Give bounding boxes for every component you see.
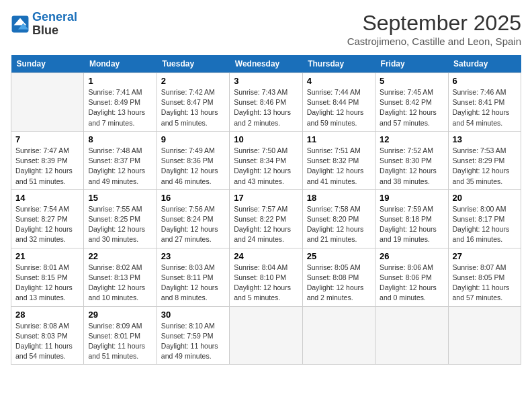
- day-number: 8: [88, 134, 152, 144]
- cell-info: Sunrise: 8:07 AMSunset: 8:05 PMDaylight:…: [453, 263, 517, 304]
- column-header-thursday: Thursday: [302, 55, 375, 73]
- calendar-cell: 24Sunrise: 8:04 AMSunset: 8:10 PMDayligh…: [230, 248, 302, 306]
- cell-info: Sunrise: 7:41 AMSunset: 8:49 PMDaylight:…: [88, 87, 152, 128]
- day-number: 25: [307, 251, 371, 261]
- calendar-cell: 12Sunrise: 7:52 AMSunset: 8:30 PMDayligh…: [375, 131, 448, 189]
- day-number: 23: [161, 251, 225, 261]
- calendar-cell: 16Sunrise: 7:56 AMSunset: 8:24 PMDayligh…: [157, 189, 229, 248]
- day-number: 19: [380, 193, 443, 203]
- logo-icon: [11, 15, 30, 34]
- calendar-cell: [11, 73, 84, 132]
- calendar-week-row: 28Sunrise: 8:08 AMSunset: 8:03 PMDayligh…: [11, 306, 521, 365]
- day-number: 5: [380, 76, 443, 86]
- day-number: 20: [453, 193, 517, 203]
- day-number: 28: [15, 310, 79, 320]
- cell-info: Sunrise: 7:52 AMSunset: 8:30 PMDaylight:…: [380, 146, 443, 187]
- cell-info: Sunrise: 7:47 AMSunset: 8:39 PMDaylight:…: [15, 146, 79, 187]
- calendar-cell: 2Sunrise: 7:42 AMSunset: 8:47 PMDaylight…: [157, 73, 229, 132]
- calendar-cell: 26Sunrise: 8:06 AMSunset: 8:06 PMDayligh…: [375, 248, 448, 306]
- day-number: 4: [307, 76, 371, 86]
- calendar-header-row: SundayMondayTuesdayWednesdayThursdayFrid…: [11, 55, 521, 73]
- cell-info: Sunrise: 8:06 AMSunset: 8:06 PMDaylight:…: [380, 263, 443, 304]
- calendar-cell: 18Sunrise: 7:58 AMSunset: 8:20 PMDayligh…: [302, 189, 375, 248]
- calendar-week-row: 14Sunrise: 7:54 AMSunset: 8:27 PMDayligh…: [11, 189, 521, 248]
- day-number: 15: [88, 193, 152, 203]
- day-number: 10: [234, 134, 298, 144]
- cell-info: Sunrise: 7:46 AMSunset: 8:41 PMDaylight:…: [453, 87, 517, 128]
- cell-info: Sunrise: 7:45 AMSunset: 8:42 PMDaylight:…: [380, 87, 443, 128]
- calendar-cell: 11Sunrise: 7:51 AMSunset: 8:32 PMDayligh…: [302, 131, 375, 189]
- calendar-cell: [302, 306, 375, 365]
- day-number: 17: [234, 193, 298, 203]
- day-number: 30: [161, 310, 225, 320]
- day-number: 9: [161, 134, 225, 144]
- cell-info: Sunrise: 7:42 AMSunset: 8:47 PMDaylight:…: [161, 87, 225, 128]
- day-number: 3: [234, 76, 298, 86]
- cell-info: Sunrise: 8:00 AMSunset: 8:17 PMDaylight:…: [453, 204, 517, 245]
- calendar-cell: [448, 306, 521, 365]
- cell-info: Sunrise: 7:53 AMSunset: 8:29 PMDaylight:…: [453, 146, 517, 187]
- column-header-sunday: Sunday: [11, 55, 84, 73]
- cell-info: Sunrise: 7:50 AMSunset: 8:34 PMDaylight:…: [234, 146, 298, 187]
- cell-info: Sunrise: 7:44 AMSunset: 8:44 PMDaylight:…: [307, 87, 371, 128]
- cell-info: Sunrise: 8:03 AMSunset: 8:11 PMDaylight:…: [161, 263, 225, 304]
- calendar-week-row: 7Sunrise: 7:47 AMSunset: 8:39 PMDaylight…: [11, 131, 521, 189]
- calendar-cell: 23Sunrise: 8:03 AMSunset: 8:11 PMDayligh…: [157, 248, 229, 306]
- calendar-cell: 4Sunrise: 7:44 AMSunset: 8:44 PMDaylight…: [302, 73, 375, 132]
- cell-info: Sunrise: 7:55 AMSunset: 8:25 PMDaylight:…: [88, 204, 152, 245]
- calendar-cell: 19Sunrise: 7:59 AMSunset: 8:18 PMDayligh…: [375, 189, 448, 248]
- calendar-cell: 13Sunrise: 7:53 AMSunset: 8:29 PMDayligh…: [448, 131, 521, 189]
- cell-info: Sunrise: 7:43 AMSunset: 8:46 PMDaylight:…: [234, 87, 298, 128]
- calendar-cell: 3Sunrise: 7:43 AMSunset: 8:46 PMDaylight…: [230, 73, 302, 132]
- cell-info: Sunrise: 7:56 AMSunset: 8:24 PMDaylight:…: [161, 204, 225, 245]
- calendar-cell: 28Sunrise: 8:08 AMSunset: 8:03 PMDayligh…: [11, 306, 84, 365]
- calendar-cell: 21Sunrise: 8:01 AMSunset: 8:15 PMDayligh…: [11, 248, 84, 306]
- calendar-cell: 20Sunrise: 8:00 AMSunset: 8:17 PMDayligh…: [448, 189, 521, 248]
- cell-info: Sunrise: 8:02 AMSunset: 8:13 PMDaylight:…: [88, 263, 152, 304]
- title-block: September 2025 Castrojimeno, Castille an…: [347, 11, 521, 47]
- cell-info: Sunrise: 8:10 AMSunset: 7:59 PMDaylight:…: [161, 321, 225, 362]
- day-number: 16: [161, 193, 225, 203]
- calendar-week-row: 1Sunrise: 7:41 AMSunset: 8:49 PMDaylight…: [11, 73, 521, 132]
- calendar-week-row: 21Sunrise: 8:01 AMSunset: 8:15 PMDayligh…: [11, 248, 521, 306]
- calendar-cell: [375, 306, 448, 365]
- month-title: September 2025: [347, 11, 521, 36]
- calendar-cell: 5Sunrise: 7:45 AMSunset: 8:42 PMDaylight…: [375, 73, 448, 132]
- column-header-tuesday: Tuesday: [157, 55, 229, 73]
- day-number: 6: [453, 76, 517, 86]
- day-number: 22: [88, 251, 152, 261]
- calendar-cell: 27Sunrise: 8:07 AMSunset: 8:05 PMDayligh…: [448, 248, 521, 306]
- day-number: 12: [380, 134, 443, 144]
- day-number: 2: [161, 76, 225, 86]
- column-header-wednesday: Wednesday: [230, 55, 302, 73]
- calendar-cell: 1Sunrise: 7:41 AMSunset: 8:49 PMDaylight…: [84, 73, 157, 132]
- page-header: General Blue September 2025 Castrojimeno…: [11, 11, 521, 47]
- cell-info: Sunrise: 8:04 AMSunset: 8:10 PMDaylight:…: [234, 263, 298, 304]
- day-number: 21: [15, 251, 79, 261]
- logo-text: General Blue: [32, 11, 77, 38]
- cell-info: Sunrise: 7:54 AMSunset: 8:27 PMDaylight:…: [15, 204, 79, 245]
- calendar-cell: 25Sunrise: 8:05 AMSunset: 8:08 PMDayligh…: [302, 248, 375, 306]
- cell-info: Sunrise: 8:09 AMSunset: 8:01 PMDaylight:…: [88, 321, 152, 362]
- calendar-cell: 17Sunrise: 7:57 AMSunset: 8:22 PMDayligh…: [230, 189, 302, 248]
- day-number: 24: [234, 251, 298, 261]
- cell-info: Sunrise: 7:51 AMSunset: 8:32 PMDaylight:…: [307, 146, 371, 187]
- day-number: 18: [307, 193, 371, 203]
- day-number: 27: [453, 251, 517, 261]
- calendar-cell: 14Sunrise: 7:54 AMSunset: 8:27 PMDayligh…: [11, 189, 84, 248]
- day-number: 1: [88, 76, 152, 86]
- day-number: 26: [380, 251, 443, 261]
- cell-info: Sunrise: 7:59 AMSunset: 8:18 PMDaylight:…: [380, 204, 443, 245]
- calendar-cell: 6Sunrise: 7:46 AMSunset: 8:41 PMDaylight…: [448, 73, 521, 132]
- calendar-table: SundayMondayTuesdayWednesdayThursdayFrid…: [11, 55, 521, 365]
- calendar-cell: 22Sunrise: 8:02 AMSunset: 8:13 PMDayligh…: [84, 248, 157, 306]
- cell-info: Sunrise: 7:57 AMSunset: 8:22 PMDaylight:…: [234, 204, 298, 245]
- cell-info: Sunrise: 8:05 AMSunset: 8:08 PMDaylight:…: [307, 263, 371, 304]
- calendar-cell: 30Sunrise: 8:10 AMSunset: 7:59 PMDayligh…: [157, 306, 229, 365]
- cell-info: Sunrise: 7:49 AMSunset: 8:36 PMDaylight:…: [161, 146, 225, 187]
- day-number: 29: [88, 310, 152, 320]
- calendar-cell: [230, 306, 302, 365]
- calendar-cell: 7Sunrise: 7:47 AMSunset: 8:39 PMDaylight…: [11, 131, 84, 189]
- cell-info: Sunrise: 7:58 AMSunset: 8:20 PMDaylight:…: [307, 204, 371, 245]
- cell-info: Sunrise: 8:08 AMSunset: 8:03 PMDaylight:…: [15, 321, 79, 362]
